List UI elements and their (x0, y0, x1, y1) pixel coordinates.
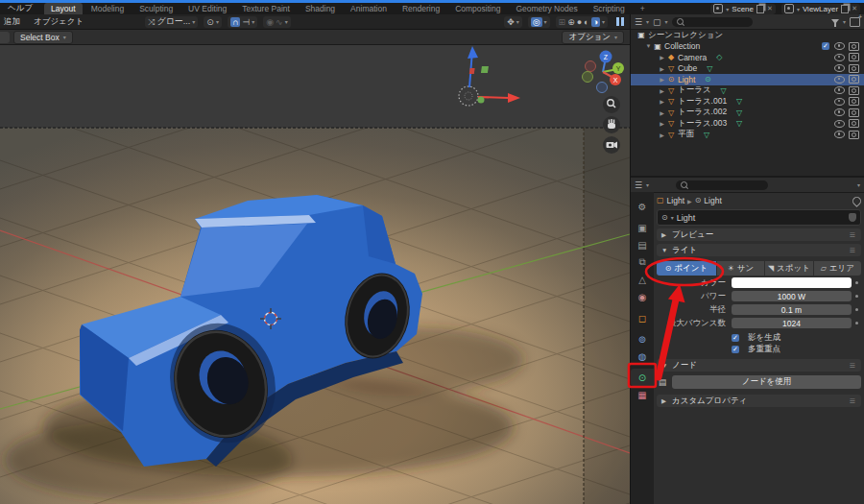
breadcrumb-object[interactable]: Light (667, 196, 684, 205)
power-field[interactable]: 1000 W (732, 291, 852, 301)
menu-help[interactable]: ヘルプ (0, 3, 42, 14)
proportional-edit-icon[interactable]: ◉ (266, 17, 274, 27)
outliner-row-torus-003[interactable]: ▶ ▽ トーラス.003 ▽ (631, 118, 864, 130)
panel-preview[interactable]: ▶ プレビュー ☰ (657, 228, 861, 241)
show-gizmo-dropdown[interactable]: ✥ ▾ (504, 16, 522, 28)
xray-toggle-icon[interactable]: ⊞ (559, 17, 566, 27)
light-type-spot-button[interactable]: ◥ スポット (765, 261, 812, 276)
outliner-row-cube[interactable]: ▶ ▽ Cube ▽ (631, 63, 864, 75)
eye-icon[interactable] (834, 86, 845, 94)
eye-icon[interactable] (834, 120, 845, 128)
close-icon[interactable]: ✕ (767, 5, 773, 12)
eye-icon[interactable] (834, 76, 845, 84)
camera-view-button[interactable] (603, 136, 620, 154)
scene-selector[interactable]: ▾ Scene ✕ (710, 4, 776, 14)
shading-wireframe-icon[interactable]: ⊕ (567, 17, 575, 27)
camera-visibility-icon[interactable] (849, 42, 859, 51)
color-swatch[interactable] (732, 277, 852, 288)
tab-view-layer[interactable]: ⧉ (631, 253, 654, 271)
tab-texture[interactable]: ▦ (631, 386, 654, 403)
filter-icon[interactable] (831, 19, 839, 24)
display-mode-icon[interactable]: ▢ (653, 17, 661, 27)
properties-editor-type-icon[interactable]: ☰ (635, 180, 642, 190)
eye-icon[interactable] (834, 131, 845, 138)
panel-light[interactable]: ▼ ライト ☰ (657, 244, 861, 256)
camera-visibility-icon[interactable] (849, 86, 859, 95)
collection-row[interactable]: ▼ ▣ Collection ✓ (631, 41, 864, 53)
tab-object-data[interactable]: ⊙ (631, 369, 654, 386)
outliner-editor-type-icon[interactable]: ☰ (635, 17, 642, 27)
magnet-icon[interactable]: ∩ (230, 17, 240, 27)
chevron-down-icon[interactable]: ▾ (857, 181, 860, 188)
eye-icon[interactable] (834, 98, 845, 106)
datablock-name-field[interactable]: ⊙ ▾ Light (657, 209, 861, 226)
radius-field[interactable]: 0.1 m (732, 304, 852, 315)
breadcrumb-data[interactable]: Light (704, 196, 721, 205)
panel-nodes[interactable]: ▼ ノード ☰ (657, 359, 861, 372)
camera-visibility-icon[interactable] (849, 64, 859, 73)
viewlayer-selector[interactable]: ▾ ViewLayer ✕ (781, 4, 860, 14)
cast-shadow-checkbox[interactable]: ✓ (732, 334, 739, 342)
workspace-tab-geometry-nodes[interactable]: Geometry Nodes (509, 3, 584, 14)
new-collection-icon[interactable] (850, 17, 860, 27)
properties-search-input[interactable] (676, 180, 767, 190)
close-icon[interactable]: ✕ (852, 5, 857, 12)
zoom-button[interactable] (603, 96, 620, 113)
camera-visibility-icon[interactable] (849, 75, 859, 84)
multiple-importance-checkbox[interactable]: ✓ (732, 346, 739, 353)
workspace-tab-uv-editing[interactable]: UV Editing (181, 3, 233, 14)
scene-collection-row[interactable]: ▣ シーンコレクション (631, 30, 864, 41)
outliner-row-light[interactable]: ▶ ⊙ Light ⊙ (631, 74, 864, 85)
light-type-point-button[interactable]: ⊙ ポイント (657, 261, 716, 276)
transform-orientation-dropdown[interactable]: ⤨ グロー... ▾ (145, 16, 198, 28)
workspace-tab-shading[interactable]: Shading (299, 3, 342, 14)
workspace-tab-sculpting[interactable]: Sculpting (132, 3, 180, 14)
copy-icon[interactable] (841, 5, 849, 13)
outliner-row-torus-001[interactable]: ▶ ▽ トーラス.001 ▽ (631, 96, 864, 108)
workspace-tab-layout[interactable]: Layout (44, 3, 83, 14)
outliner-row-torus-002[interactable]: ▶ ▽ トーラス.002 ▽ (631, 108, 864, 119)
eye-icon[interactable] (834, 54, 845, 61)
camera-visibility-icon[interactable] (849, 108, 859, 117)
active-tool-dropdown[interactable]: Select Box ▾ (13, 31, 73, 44)
camera-visibility-icon[interactable] (849, 97, 859, 106)
tab-world[interactable]: ◉ (631, 288, 654, 305)
light-type-sun-button[interactable]: ☀ サン (717, 261, 764, 276)
outliner-row-torus[interactable]: ▶ ▽ トーラス ▽ (631, 85, 864, 97)
shield-icon[interactable] (849, 213, 856, 222)
eye-icon[interactable] (834, 64, 845, 72)
transform-pivot-dropdown[interactable]: ⊙ ▾ (204, 16, 222, 28)
max-bounces-field[interactable]: 1024 (732, 318, 852, 328)
workspace-tab-modeling[interactable]: Modeling (84, 3, 132, 14)
collection-checkbox[interactable]: ✓ (822, 42, 829, 50)
add-workspace-button[interactable]: + (634, 3, 652, 14)
camera-visibility-icon[interactable] (849, 131, 859, 139)
outliner-search-input[interactable] (672, 17, 753, 27)
camera-visibility-icon[interactable] (849, 119, 859, 128)
shading-solid-icon[interactable]: ● (577, 17, 582, 27)
proportional-edit-controls[interactable]: ◉ ∿ ▾ (263, 16, 290, 28)
pin-icon[interactable] (851, 195, 863, 207)
expand-arrow-icon[interactable]: ▼ (644, 43, 653, 49)
panel-custom-properties[interactable]: ▶ カスタムプロパティ ☰ (657, 395, 861, 407)
shading-rendered-icon[interactable]: ◑ (591, 17, 600, 27)
tab-object[interactable]: ◻ (631, 309, 654, 326)
outliner-row-camera[interactable]: ▶ ◆ Camera ◇ (631, 52, 864, 63)
copy-icon[interactable] (756, 5, 764, 13)
workspace-tab-scripting[interactable]: Scripting (587, 3, 632, 14)
tab-scene[interactable]: △ (631, 271, 654, 288)
pan-hand-button[interactable] (603, 116, 620, 133)
animate-dot[interactable] (852, 322, 861, 324)
tab-constraints[interactable]: ⊚ (631, 330, 654, 348)
mode-dropdown-partial[interactable] (0, 32, 10, 43)
menu-object[interactable]: オブジェクト (30, 16, 87, 28)
menu-add[interactable]: 追加 (0, 16, 24, 28)
animate-dot[interactable] (852, 308, 861, 311)
light-type-area-button[interactable]: ▱ エリア (814, 261, 861, 276)
shading-material-icon[interactable]: ◐ (584, 17, 588, 27)
pause-render-button[interactable] (616, 17, 624, 26)
animate-dot[interactable] (852, 281, 861, 284)
tab-physics[interactable]: ◍ (631, 348, 654, 365)
workspace-tab-rendering[interactable]: Rendering (396, 3, 446, 14)
show-overlays-dropdown[interactable]: ◎ ▾ (528, 16, 550, 28)
